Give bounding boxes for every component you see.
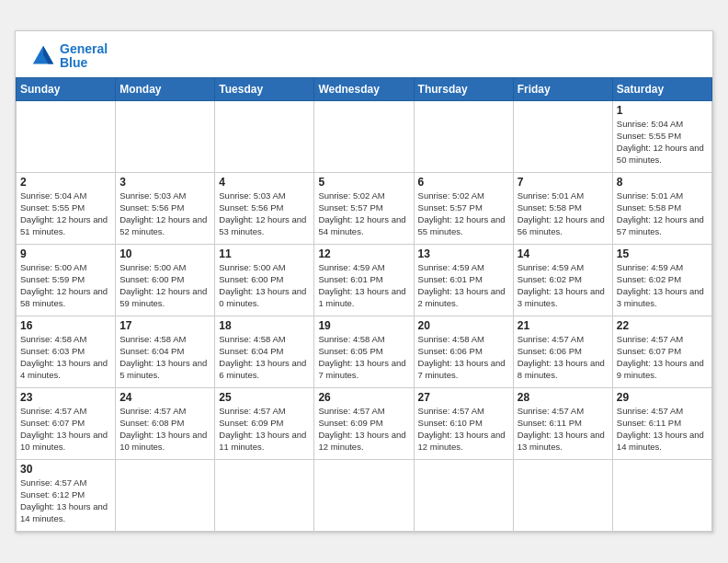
calendar-cell	[513, 101, 612, 173]
day-info: Sunrise: 4:57 AM Sunset: 6:08 PM Dayligh…	[119, 406, 210, 453]
day-number: 10	[119, 247, 210, 260]
calendar-cell: 12Sunrise: 4:59 AM Sunset: 6:01 PM Dayli…	[314, 245, 414, 316]
day-info: Sunrise: 5:00 AM Sunset: 6:00 PM Dayligh…	[119, 262, 210, 309]
calendar-cell	[17, 101, 116, 173]
day-number: 27	[418, 391, 509, 404]
calendar-cell: 2Sunrise: 5:04 AM Sunset: 5:55 PM Daylig…	[17, 173, 116, 245]
calendar-container: General Blue SundayMondayTuesdayWednesda…	[15, 30, 713, 534]
day-number: 30	[20, 463, 111, 476]
calendar-cell: 27Sunrise: 4:57 AM Sunset: 6:10 PM Dayli…	[414, 388, 513, 460]
day-number: 22	[617, 319, 708, 332]
day-info: Sunrise: 5:01 AM Sunset: 5:58 PM Dayligh…	[518, 190, 609, 237]
calendar-cell	[215, 460, 314, 532]
calendar-cell	[513, 460, 612, 532]
calendar-cell: 13Sunrise: 4:59 AM Sunset: 6:01 PM Dayli…	[414, 245, 513, 316]
calendar-cell	[215, 101, 314, 173]
calendar-week-row: 9Sunrise: 5:00 AM Sunset: 5:59 PM Daylig…	[17, 245, 712, 316]
calendar-cell: 11Sunrise: 5:00 AM Sunset: 6:00 PM Dayli…	[215, 245, 314, 316]
calendar-cell: 26Sunrise: 4:57 AM Sunset: 6:09 PM Dayli…	[314, 388, 414, 460]
day-number: 5	[318, 176, 409, 189]
day-info: Sunrise: 5:04 AM Sunset: 5:55 PM Dayligh…	[20, 190, 111, 237]
day-number: 16	[20, 319, 111, 332]
day-number: 11	[219, 247, 310, 260]
day-number: 19	[318, 319, 409, 332]
day-info: Sunrise: 4:57 AM Sunset: 6:11 PM Dayligh…	[518, 406, 609, 453]
calendar-cell: 25Sunrise: 4:57 AM Sunset: 6:09 PM Dayli…	[215, 388, 314, 460]
day-info: Sunrise: 4:57 AM Sunset: 6:07 PM Dayligh…	[20, 406, 111, 453]
day-number: 2	[20, 176, 111, 189]
calendar-cell: 21Sunrise: 4:57 AM Sunset: 6:06 PM Dayli…	[513, 316, 612, 388]
calendar-cell: 8Sunrise: 5:01 AM Sunset: 5:58 PM Daylig…	[612, 173, 711, 245]
calendar-table: SundayMondayTuesdayWednesdayThursdayFrid…	[16, 77, 712, 532]
calendar-cell: 1Sunrise: 5:04 AM Sunset: 5:55 PM Daylig…	[612, 101, 711, 173]
weekday-header-wednesday: Wednesday	[314, 78, 414, 101]
day-info: Sunrise: 4:58 AM Sunset: 6:04 PM Dayligh…	[119, 334, 210, 381]
day-info: Sunrise: 5:03 AM Sunset: 5:56 PM Dayligh…	[219, 190, 310, 237]
logo-text: General Blue	[60, 42, 108, 71]
calendar-header: General Blue	[16, 31, 712, 78]
day-info: Sunrise: 4:59 AM Sunset: 6:01 PM Dayligh…	[318, 262, 409, 309]
day-info: Sunrise: 4:57 AM Sunset: 6:09 PM Dayligh…	[219, 406, 310, 453]
day-info: Sunrise: 5:02 AM Sunset: 5:57 PM Dayligh…	[418, 190, 509, 237]
day-number: 24	[119, 391, 210, 404]
weekday-header-monday: Monday	[116, 78, 215, 101]
calendar-cell	[414, 460, 513, 532]
calendar-cell	[414, 101, 513, 173]
day-number: 17	[119, 319, 210, 332]
day-info: Sunrise: 5:02 AM Sunset: 5:57 PM Dayligh…	[318, 190, 409, 237]
calendar-cell: 4Sunrise: 5:03 AM Sunset: 5:56 PM Daylig…	[215, 173, 314, 245]
day-number: 4	[219, 176, 310, 189]
weekday-header-tuesday: Tuesday	[215, 78, 314, 101]
calendar-cell: 6Sunrise: 5:02 AM Sunset: 5:57 PM Daylig…	[414, 173, 513, 245]
calendar-cell: 24Sunrise: 4:57 AM Sunset: 6:08 PM Dayli…	[116, 388, 215, 460]
day-info: Sunrise: 5:00 AM Sunset: 6:00 PM Dayligh…	[219, 262, 310, 309]
day-number: 29	[617, 391, 708, 404]
day-number: 1	[617, 104, 708, 117]
calendar-cell	[612, 460, 711, 532]
calendar-header-row: SundayMondayTuesdayWednesdayThursdayFrid…	[17, 78, 712, 101]
calendar-cell: 20Sunrise: 4:58 AM Sunset: 6:06 PM Dayli…	[414, 316, 513, 388]
calendar-week-row: 2Sunrise: 5:04 AM Sunset: 5:55 PM Daylig…	[17, 173, 712, 245]
calendar-week-row: 23Sunrise: 4:57 AM Sunset: 6:07 PM Dayli…	[17, 388, 712, 460]
day-info: Sunrise: 4:58 AM Sunset: 6:03 PM Dayligh…	[20, 334, 111, 381]
calendar-week-row: 1Sunrise: 5:04 AM Sunset: 5:55 PM Daylig…	[17, 101, 712, 173]
calendar-week-row: 30Sunrise: 4:57 AM Sunset: 6:12 PM Dayli…	[17, 460, 712, 532]
day-number: 21	[518, 319, 609, 332]
day-info: Sunrise: 4:57 AM Sunset: 6:12 PM Dayligh…	[20, 477, 111, 524]
calendar-cell: 7Sunrise: 5:01 AM Sunset: 5:58 PM Daylig…	[513, 173, 612, 245]
logo: General Blue	[30, 42, 108, 71]
weekday-header-thursday: Thursday	[414, 78, 513, 101]
day-info: Sunrise: 4:59 AM Sunset: 6:01 PM Dayligh…	[418, 262, 509, 309]
day-info: Sunrise: 4:59 AM Sunset: 6:02 PM Dayligh…	[518, 262, 609, 309]
day-info: Sunrise: 5:04 AM Sunset: 5:55 PM Dayligh…	[617, 119, 708, 166]
day-number: 14	[518, 247, 609, 260]
day-info: Sunrise: 4:59 AM Sunset: 6:02 PM Dayligh…	[617, 262, 708, 309]
calendar-cell: 18Sunrise: 4:58 AM Sunset: 6:04 PM Dayli…	[215, 316, 314, 388]
day-number: 26	[318, 391, 409, 404]
calendar-cell: 16Sunrise: 4:58 AM Sunset: 6:03 PM Dayli…	[17, 316, 116, 388]
day-number: 13	[418, 247, 509, 260]
day-number: 3	[119, 176, 210, 189]
calendar-week-row: 16Sunrise: 4:58 AM Sunset: 6:03 PM Dayli…	[17, 316, 712, 388]
day-number: 12	[318, 247, 409, 260]
calendar-cell: 19Sunrise: 4:58 AM Sunset: 6:05 PM Dayli…	[314, 316, 414, 388]
calendar-cell	[314, 101, 414, 173]
calendar-cell	[116, 460, 215, 532]
day-info: Sunrise: 4:57 AM Sunset: 6:07 PM Dayligh…	[617, 334, 708, 381]
weekday-header-sunday: Sunday	[17, 78, 116, 101]
day-number: 6	[418, 176, 509, 189]
day-number: 8	[617, 176, 708, 189]
calendar-cell: 15Sunrise: 4:59 AM Sunset: 6:02 PM Dayli…	[612, 245, 711, 316]
day-info: Sunrise: 4:57 AM Sunset: 6:09 PM Dayligh…	[318, 406, 409, 453]
day-info: Sunrise: 5:01 AM Sunset: 5:58 PM Dayligh…	[617, 190, 708, 237]
day-info: Sunrise: 4:58 AM Sunset: 6:06 PM Dayligh…	[418, 334, 509, 381]
calendar-cell: 28Sunrise: 4:57 AM Sunset: 6:11 PM Dayli…	[513, 388, 612, 460]
calendar-cell: 9Sunrise: 5:00 AM Sunset: 5:59 PM Daylig…	[17, 245, 116, 316]
calendar-cell: 14Sunrise: 4:59 AM Sunset: 6:02 PM Dayli…	[513, 245, 612, 316]
day-info: Sunrise: 5:03 AM Sunset: 5:56 PM Dayligh…	[119, 190, 210, 237]
weekday-header-saturday: Saturday	[612, 78, 711, 101]
weekday-header-friday: Friday	[513, 78, 612, 101]
calendar-cell	[314, 460, 414, 532]
day-number: 25	[219, 391, 310, 404]
calendar-cell: 22Sunrise: 4:57 AM Sunset: 6:07 PM Dayli…	[612, 316, 711, 388]
